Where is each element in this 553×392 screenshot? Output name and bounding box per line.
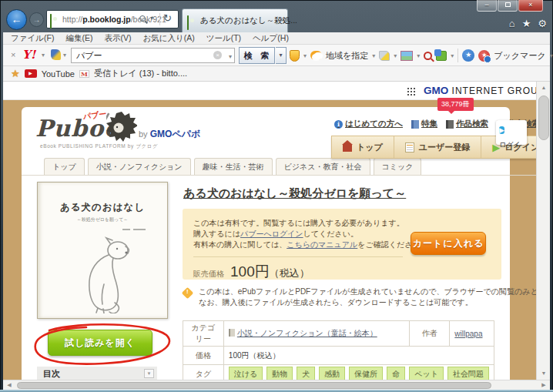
warning-text: この本は、ePubファイルとPDFファイルが生成されていませんので、ブラウザーで… [199, 286, 536, 308]
tag[interactable]: 動物 [266, 367, 293, 380]
tag-list: 泣ける 動物 犬 感動 保健所 命 ペット 社会問題 [229, 367, 489, 380]
minimize-button[interactable]: – [477, 0, 497, 12]
toolbar-close-icon[interactable]: × [11, 50, 15, 59]
refresh-icon[interactable]: ↻ [163, 12, 172, 24]
scroll-up-button[interactable]: ▲ [537, 82, 551, 94]
horizontal-scrollbar[interactable]: ◀ ▶ [3, 380, 550, 390]
link-beginners[interactable]: iはじめての方へ [334, 119, 403, 129]
tag[interactable]: 感動 [319, 367, 345, 380]
grid-menu-icon[interactable] [407, 87, 415, 95]
shield-caret-icon[interactable]: ▾ [303, 52, 307, 59]
link-features[interactable]: 特集 [411, 119, 437, 129]
book-title-link[interactable]: ある犬のおはなし～殺処分ゼロを願って～ [183, 186, 406, 201]
toc-collapse-button[interactable]: ▼ [144, 369, 154, 378]
scroll-down-button[interactable]: ▼ [537, 367, 551, 380]
menu-bar: ファイル(F) 編集(E) 表示(V) お気に入り(A) ツール(T) ヘルプ(… [3, 32, 550, 45]
tag[interactable]: 犬 [297, 367, 315, 380]
toolbar-search-button[interactable]: 検 索 [239, 47, 275, 64]
photo-caret-icon[interactable]: ▾ [417, 52, 420, 59]
address-bar[interactable]: http://p.booklog.jp/book/921 ▾ ↻ [46, 10, 179, 28]
translate-caret-icon[interactable]: ▾ [451, 52, 454, 59]
favorite-inbox[interactable]: 受信トレイ (13) - bitto.... [94, 68, 187, 79]
favorites-star-icon[interactable]: ★ [522, 18, 531, 29]
region-caret-icon[interactable]: ▾ [372, 52, 375, 59]
translate-icon[interactable] [436, 51, 447, 61]
price-tax: （税込） [270, 267, 310, 279]
manual-link[interactable]: こちらのマニュアル [287, 240, 357, 249]
toolbar-edit-icon[interactable] [51, 49, 61, 60]
menu-edit[interactable]: 編集(E) [65, 33, 92, 44]
tab-novel[interactable]: 小説・ノンフィクション [88, 158, 191, 175]
author-link[interactable]: willpapa [454, 330, 482, 338]
bookmarks-caret-icon[interactable]: ▾ [550, 52, 553, 59]
menu-tools[interactable]: ツール(T) [206, 33, 241, 44]
search-options-caret-icon[interactable]: ▾ [276, 47, 287, 64]
page-search-icon[interactable] [424, 52, 432, 60]
vertical-scroll-thumb[interactable] [538, 95, 549, 140]
region-label[interactable]: 地域を指定 [326, 50, 368, 62]
tag[interactable]: 命 [387, 367, 405, 380]
home-icon[interactable]: ⌂ [509, 18, 515, 29]
link-work-search[interactable]: 作品検索 [446, 119, 488, 129]
tab-close-icon[interactable]: × [279, 15, 283, 24]
security-shield-icon[interactable] [290, 50, 300, 62]
tab-business[interactable]: ビジネス・教育・社会 [276, 158, 370, 175]
highlighter-icon[interactable] [379, 51, 390, 61]
nav-top[interactable]: トップ [332, 136, 394, 158]
search-history-caret-icon[interactable]: ▾ [229, 53, 232, 60]
book-cover[interactable]: ある犬のおはなし ～殺処分ゼロを願って～ [37, 182, 168, 319]
back-button[interactable]: ← [6, 9, 27, 30]
add-to-cart-button[interactable]: カートに入れる [411, 232, 486, 255]
photo-icon[interactable] [401, 51, 413, 61]
tab-comic[interactable]: コミック [374, 158, 422, 175]
vertical-scrollbar[interactable]: ▲ ▼ [536, 82, 550, 380]
tab-top[interactable]: トップ [44, 158, 85, 175]
gmo-group-logo[interactable]: GMO INTERNET GROUP [424, 85, 536, 96]
twitter-bird-icon[interactable]: ▶ [499, 126, 504, 134]
back-arrow-icon: ← [12, 13, 22, 25]
yahoo-logo[interactable]: Y! [22, 48, 35, 62]
yahoo-menu-caret-icon[interactable]: ▾ [42, 52, 45, 59]
menu-favorites[interactable]: お気に入り(A) [142, 33, 194, 44]
menu-view[interactable]: 表示(V) [104, 33, 131, 44]
favorites-bar-star-icon[interactable]: ★ [11, 68, 20, 79]
highlighter-caret-icon[interactable]: ▾ [394, 52, 397, 59]
purchase-info-box: この本は有料です。閲覧するには購入する必要があります。 購入するにはパブーへログ… [183, 209, 501, 280]
home-icon [343, 145, 352, 152]
tag[interactable]: 泣ける [229, 367, 263, 380]
table-row: 価格 100円（税込） [183, 347, 494, 365]
search-input-value[interactable]: パブー [76, 49, 102, 62]
bookmark-star-icon[interactable]: ★ [462, 49, 474, 62]
close-button[interactable]: × [518, 0, 543, 12]
tag[interactable]: 保健所 [349, 367, 383, 380]
twitter-share-widget[interactable]: ▶ ログイ [496, 120, 527, 145]
divider [22, 175, 536, 176]
price-value: 100円 [230, 263, 270, 280]
settings-gear-icon[interactable]: ⚙ [538, 18, 547, 29]
clear-search-icon[interactable]: × [213, 51, 222, 59]
menu-help[interactable]: ヘルプ(H) [253, 33, 289, 44]
browser-tab[interactable]: ある犬のおはなし～殺処... × [182, 8, 288, 32]
nav-register[interactable]: ユーザー登録 [394, 136, 482, 158]
category-link[interactable]: 小説・ノンフィクション（童話・絵本） [237, 329, 377, 337]
address-dropdown-caret-icon[interactable]: ▾ [150, 15, 153, 22]
maximize-button[interactable] [498, 0, 518, 12]
toolbar-search-input[interactable]: パブー × ▾ [71, 48, 235, 63]
maximize-icon [505, 2, 511, 7]
menu-file[interactable]: ファイル(F) [11, 33, 54, 44]
forward-button[interactable]: → [29, 12, 44, 27]
tag[interactable]: 社会問題 [447, 367, 489, 380]
login-link[interactable]: パブーへログイン [240, 230, 303, 238]
favorite-youtube[interactable]: YouTube [42, 69, 75, 79]
open-preview-button[interactable]: 試し読みを開く [48, 330, 152, 356]
bookmarks-label[interactable]: ブックマーク [494, 50, 545, 62]
tag[interactable]: ペット [409, 367, 444, 380]
cover-subtitle: ～殺処分ゼロを願って～ [38, 216, 167, 223]
weather-cloud-icon[interactable] [310, 51, 322, 60]
cover-author-text [133, 229, 146, 230]
edit-caret-icon[interactable]: ▾ [63, 52, 66, 59]
tab-hobby[interactable]: 趣味・生活・芸術 [194, 158, 273, 175]
horizontal-scroll-thumb[interactable] [17, 382, 491, 389]
bookmarks-icon[interactable]: ★ [478, 50, 490, 62]
search-icon[interactable] [139, 15, 146, 22]
